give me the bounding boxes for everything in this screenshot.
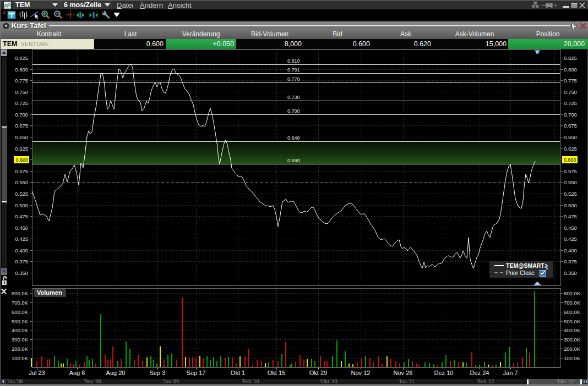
svg-text:0.525: 0.525 — [15, 191, 28, 197]
svg-text:0.375: 0.375 — [564, 258, 577, 264]
svg-text:Dez 24: Dez 24 — [470, 370, 489, 376]
svg-text:0.350: 0.350 — [15, 270, 28, 276]
svg-text:200.0K: 200.0K — [12, 346, 29, 352]
svg-text:800.0K: 800.0K — [564, 290, 581, 296]
svg-text:0.450: 0.450 — [564, 225, 577, 231]
svg-text:0.400: 0.400 — [15, 247, 28, 253]
svg-text:0.425: 0.425 — [15, 236, 28, 242]
svg-text:0.625: 0.625 — [564, 146, 577, 152]
svg-text:0.375: 0.375 — [15, 258, 28, 264]
svg-text:300.0K: 300.0K — [564, 337, 581, 343]
svg-text:0.650: 0.650 — [564, 134, 577, 140]
svg-text:'Jan '08: 'Jan '08 — [7, 378, 23, 384]
svg-text:700.0K: 700.0K — [12, 300, 29, 306]
svg-text:0.825: 0.825 — [15, 55, 28, 61]
svg-text:Aug 20: Aug 20 — [106, 370, 126, 376]
svg-text:0.770: 0.770 — [287, 76, 300, 82]
svg-text:0.500: 0.500 — [564, 202, 577, 208]
svg-text:Nov 12: Nov 12 — [351, 370, 371, 376]
svg-text:0.475: 0.475 — [564, 213, 577, 219]
svg-text:0.650: 0.650 — [15, 134, 28, 140]
svg-text:0.575: 0.575 — [15, 168, 28, 174]
svg-text:0.800: 0.800 — [564, 67, 577, 73]
svg-text:'Feb '12: 'Feb '12 — [477, 378, 494, 384]
svg-text:Okt 29: Okt 29 — [309, 370, 327, 376]
svg-text:0.750: 0.750 — [15, 89, 28, 95]
svg-text:400.0K: 400.0K — [12, 327, 29, 333]
svg-text:'Jun '09: 'Jun '09 — [162, 378, 179, 384]
svg-text:500.0K: 500.0K — [564, 318, 581, 324]
svg-text:400.0K: 400.0K — [564, 327, 581, 333]
svg-text:0.750: 0.750 — [564, 89, 577, 95]
svg-text:'Feb '10: 'Feb '10 — [242, 378, 259, 384]
svg-text:700.0K: 700.0K — [564, 300, 581, 306]
svg-text:T: T — [10, 12, 14, 19]
svg-text:0.825: 0.825 — [564, 55, 577, 61]
svg-text:Okt 15: Okt 15 — [268, 370, 285, 376]
svg-text:0.350: 0.350 — [564, 270, 577, 276]
svg-text:0.450: 0.450 — [15, 225, 28, 231]
svg-text:0.590: 0.590 — [287, 158, 300, 163]
svg-text:800.0K: 800.0K — [12, 290, 29, 296]
svg-text:Okt 1: Okt 1 — [231, 370, 245, 376]
svg-text:Jan 7: Jan 7 — [503, 370, 518, 376]
svg-text:600.0K: 600.0K — [12, 309, 29, 315]
svg-text:Volumen: Volumen — [37, 289, 62, 296]
svg-text:0.675: 0.675 — [564, 123, 577, 129]
svg-text:Dez 10: Dez 10 — [434, 370, 454, 376]
svg-text:600.0K: 600.0K — [564, 309, 581, 315]
svg-text:0.500: 0.500 — [15, 202, 28, 208]
svg-text:0.700: 0.700 — [287, 108, 300, 114]
svg-text:0.600: 0.600 — [564, 157, 576, 163]
svg-text:0.700: 0.700 — [564, 112, 577, 118]
svg-text:0.600: 0.600 — [15, 157, 28, 163]
svg-text:0.400: 0.400 — [564, 247, 577, 253]
svg-text:0.725: 0.725 — [564, 100, 577, 106]
svg-text:0.791: 0.791 — [287, 67, 300, 73]
svg-text:0.725: 0.725 — [15, 100, 28, 106]
svg-text:Sep 3: Sep 3 — [150, 370, 166, 376]
svg-text:'Jun '11: 'Jun '11 — [398, 378, 415, 384]
svg-text:0.775: 0.775 — [564, 78, 577, 84]
svg-text:0.700: 0.700 — [15, 112, 28, 118]
svg-text:0.625: 0.625 — [15, 146, 28, 152]
svg-text:0.800: 0.800 — [15, 67, 28, 73]
svg-text:Aug 6: Aug 6 — [69, 370, 85, 376]
svg-text:0.775: 0.775 — [15, 78, 28, 84]
svg-text:Prior Close: Prior Close — [506, 269, 535, 276]
svg-text:200.0K: 200.0K — [564, 346, 581, 352]
svg-text:0.730: 0.730 — [287, 95, 300, 100]
svg-text:TEM@SMART: TEM@SMART — [506, 262, 545, 269]
svg-text:Sep 17: Sep 17 — [187, 370, 206, 376]
svg-text:0.525: 0.525 — [564, 191, 577, 197]
svg-text:500.0K: 500.0K — [12, 318, 29, 324]
svg-text:0.575: 0.575 — [564, 168, 577, 174]
svg-text:0.550: 0.550 — [564, 179, 577, 185]
svg-text:Nov 26: Nov 26 — [394, 370, 413, 376]
svg-text:0.425: 0.425 — [564, 236, 577, 242]
svg-text:Jul 23: Jul 23 — [29, 370, 45, 376]
svg-text:0.475: 0.475 — [15, 213, 28, 219]
svg-text:'Sep '08: 'Sep '08 — [84, 378, 101, 384]
svg-text:0.550: 0.550 — [15, 179, 28, 185]
svg-text:'Okt '10: 'Okt '10 — [320, 378, 337, 384]
svg-text:0.675: 0.675 — [15, 123, 28, 129]
svg-text:100.0K: 100.0K — [564, 355, 581, 361]
svg-text:0.640: 0.640 — [287, 135, 300, 141]
svg-text:0.810: 0.810 — [287, 58, 300, 64]
svg-text:'Okt '12: 'Okt '12 — [557, 378, 574, 384]
svg-text:100.0K: 100.0K — [12, 355, 29, 361]
svg-text:300.0K: 300.0K — [12, 337, 29, 343]
